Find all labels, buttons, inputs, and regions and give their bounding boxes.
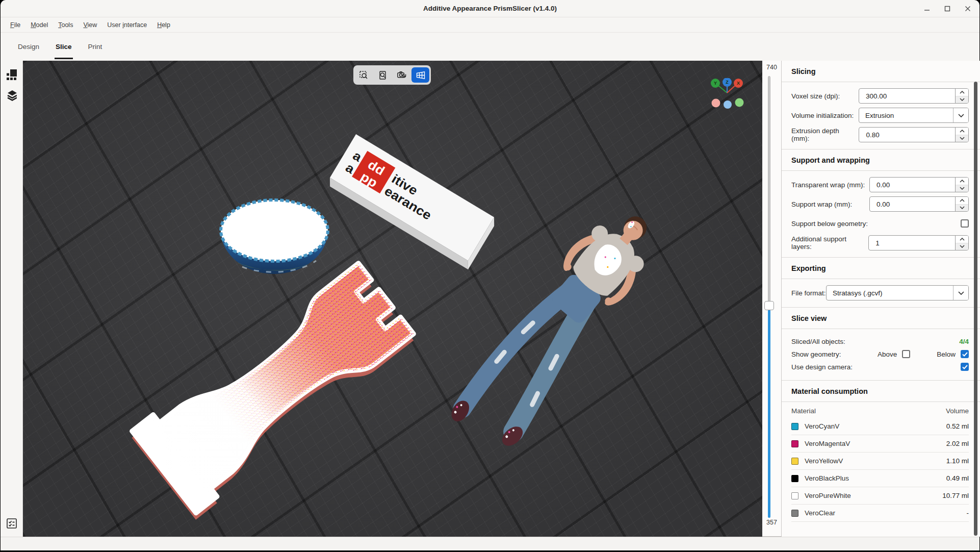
support-layers-increment[interactable] [956, 236, 968, 243]
support-section: Transparent wrap (mm): 0.00 Support wrap… [782, 171, 980, 257]
layers-button[interactable] [4, 87, 20, 104]
menu-model[interactable]: Model [25, 17, 53, 32]
support-layers-label: Additional support layers: [791, 235, 868, 250]
support-wrap-spinner[interactable]: 0.00 [869, 196, 969, 212]
chevron-down-icon [960, 187, 965, 190]
chevron-down-icon [958, 114, 964, 117]
voxel-size-spinner[interactable]: 300.00 [859, 88, 969, 104]
dropdown-arrow[interactable] [953, 286, 968, 300]
support-layers-decrement[interactable] [956, 243, 968, 250]
check-icon [962, 365, 968, 369]
perspective-view-icon [416, 71, 425, 79]
support-wrap-decrement[interactable] [956, 204, 968, 212]
axis-gizmo: Y Z X [707, 78, 750, 112]
menu-user-interface[interactable]: User interface [102, 17, 152, 32]
gizmo-x-axis[interactable]: X [734, 79, 743, 88]
zoom-fit-button[interactable] [374, 67, 392, 83]
viewport-3d[interactable]: a dd itive a pp earance [23, 61, 762, 537]
volume-init-label: Volume initialization: [791, 112, 854, 119]
gizmo-neg-z-axis[interactable] [724, 101, 732, 109]
transparent-wrap-spinner[interactable]: 0.00 [869, 177, 969, 192]
file-format-dropdown[interactable]: Stratasys (.gcvf) [826, 285, 969, 300]
chevron-down-icon [960, 98, 965, 101]
menu-view[interactable]: View [78, 17, 102, 32]
materials-heading: Material consumption [782, 381, 980, 402]
log-list-button[interactable] [4, 515, 20, 532]
sliced-objects-value: 4/4 [959, 338, 969, 345]
gizmo-neg-x-axis[interactable] [712, 99, 720, 108]
panel-scrollbar-thumb[interactable] [974, 82, 977, 536]
table-row[interactable]: VeroYellowV 1.10 ml [791, 453, 969, 470]
window-controls [920, 0, 974, 17]
check-icon [962, 352, 968, 357]
view-toolbar [353, 65, 431, 85]
table-row[interactable]: VeroBlackPlus 0.49 ml [791, 470, 969, 487]
table-row[interactable]: VeroMagentaV 2.02 ml [791, 435, 969, 453]
exporting-section: File format: Stratasys (.gcvf) [782, 279, 980, 307]
extrusion-depth-decrement[interactable] [956, 135, 968, 142]
support-layers-spinner[interactable]: 1 [868, 235, 969, 250]
extrusion-depth-spinner[interactable]: 0.80 [859, 127, 969, 142]
minimize-button[interactable] [920, 2, 934, 15]
tab-slice[interactable]: Slice [47, 33, 80, 61]
bowl-object[interactable] [221, 200, 328, 274]
chevron-up-icon [960, 130, 965, 133]
above-label: Above [878, 350, 897, 358]
menu-tools[interactable]: Tools [53, 17, 78, 32]
transparent-wrap-decrement[interactable] [956, 185, 968, 192]
maximize-button[interactable] [941, 2, 954, 15]
tab-print[interactable]: Print [80, 33, 111, 61]
zoom-fit-icon [378, 71, 387, 80]
chevron-up-icon [960, 199, 965, 202]
materials-table-header: Material Volume [782, 402, 980, 418]
scene-canvas: a dd itive a pp earance [23, 61, 762, 537]
svg-text:X: X [737, 81, 740, 86]
logo-plate-object[interactable]: a dd itive a pp earance [326, 134, 498, 269]
menu-file[interactable]: File [5, 17, 25, 32]
voxel-size-increment[interactable] [956, 89, 968, 96]
support-heading: Support and wrapping [782, 149, 980, 170]
slice-slider-track-upper[interactable] [768, 76, 770, 303]
volume-init-dropdown[interactable]: Extrusion [859, 108, 969, 123]
material-swatch [791, 423, 798, 430]
camera-reset-button[interactable] [393, 67, 410, 83]
design-camera-checkbox[interactable] [961, 363, 969, 371]
svg-text:Y: Y [714, 81, 717, 86]
gizmo-z-axis[interactable]: Z [723, 78, 732, 87]
perspective-view-button[interactable] [411, 67, 429, 83]
transparent-wrap-increment[interactable] [956, 178, 968, 185]
checklist-icon [7, 518, 17, 529]
zoom-region-button[interactable] [355, 67, 373, 83]
volume-column-header: Volume [946, 407, 969, 415]
zoom-region-icon [359, 71, 368, 80]
show-above-checkbox[interactable] [902, 350, 910, 358]
voxel-blocks-button[interactable] [4, 67, 20, 83]
show-below-checkbox[interactable] [961, 350, 969, 358]
slice-slider-handle[interactable] [764, 301, 774, 310]
left-sidebar [1, 61, 23, 537]
settings-panel: Slicing Voxel size (dpi): 300.00 Volume … [782, 61, 980, 537]
voxel-size-decrement[interactable] [956, 96, 968, 104]
slider-max-label: 740 [762, 64, 781, 71]
table-row[interactable]: VeroClear - [791, 505, 969, 522]
file-format-label: File format: [791, 289, 826, 297]
material-swatch [791, 510, 798, 517]
rook-object[interactable] [128, 258, 421, 520]
material-column-header: Material [791, 407, 816, 415]
support-wrap-increment[interactable] [956, 197, 968, 204]
close-button[interactable] [961, 2, 974, 15]
close-icon [965, 6, 971, 12]
gizmo-y-axis[interactable]: Y [711, 79, 720, 88]
table-row[interactable]: VeroPureWhite 10.77 ml [791, 487, 969, 505]
support-wrap-label: Support wrap (mm): [791, 200, 852, 208]
voxel-size-label: Voxel size (dpi): [791, 92, 840, 100]
extrusion-depth-increment[interactable] [956, 128, 968, 135]
dropdown-arrow[interactable] [953, 108, 968, 122]
support-below-checkbox[interactable] [961, 219, 969, 228]
slice-slider-track-lower[interactable] [768, 310, 770, 518]
chevron-down-icon [960, 206, 965, 209]
table-row[interactable]: VeroCyanV 0.52 ml [791, 418, 969, 435]
gizmo-neg-y-axis[interactable] [735, 98, 744, 107]
tab-design[interactable]: Design [10, 33, 47, 61]
menu-help[interactable]: Help [152, 17, 175, 32]
